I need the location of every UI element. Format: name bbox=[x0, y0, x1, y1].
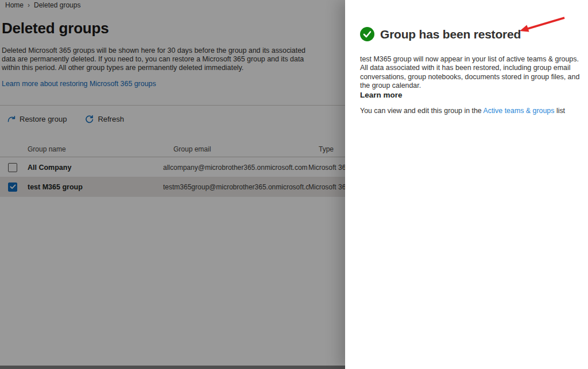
group-restored-flyout: Group has been restored test M365 group … bbox=[345, 0, 588, 369]
footer-prefix: You can view and edit this group in the bbox=[360, 107, 483, 115]
panel-header: Group has been restored bbox=[360, 27, 521, 41]
modal-dim-overlay[interactable] bbox=[0, 0, 345, 369]
learn-more-heading: Learn more bbox=[360, 91, 403, 99]
panel-title: Group has been restored bbox=[380, 28, 521, 41]
panel-body-text: test M365 group will now appear in your … bbox=[360, 55, 588, 90]
active-teams-groups-link[interactable]: Active teams & groups bbox=[483, 107, 554, 115]
check-circle-icon bbox=[360, 27, 374, 41]
footer-suffix: list bbox=[554, 107, 565, 115]
annotation-arrow-icon bbox=[517, 15, 567, 37]
panel-footer-text: You can view and edit this group in the … bbox=[360, 107, 588, 115]
